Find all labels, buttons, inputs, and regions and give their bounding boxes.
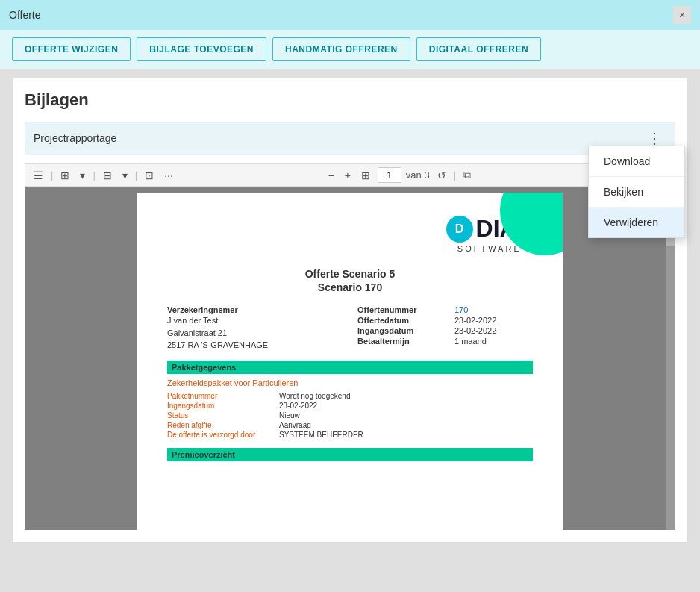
separator-4: | xyxy=(454,169,456,181)
doc-info-row-1: Verzekeringnemer J van der Test Galvanis… xyxy=(167,305,533,352)
digitaal-offreren-button[interactable]: DIGITAAL OFFREREN xyxy=(416,37,541,61)
close-button[interactable]: × xyxy=(673,6,691,24)
total-pages: van 3 xyxy=(406,169,430,181)
doc-header: D DIAS SOFTWARE xyxy=(167,215,533,253)
zekerheidspakket: Zekerheidspakket voor Particulieren xyxy=(167,378,533,387)
offertedatum-value: 23-02-2022 xyxy=(454,316,496,325)
pdf-page: D DIAS SOFTWARE Offerte Scenario 5 Scena… xyxy=(137,193,563,530)
bijlagen-title: Bijlagen xyxy=(25,90,675,110)
page-number-input[interactable] xyxy=(378,167,401,183)
doc-subtitle: Scenario 170 xyxy=(167,281,533,293)
offertedatum-row: Offertedatum 23-02-2022 xyxy=(357,316,533,325)
window-title: Offerte xyxy=(9,9,41,21)
list-view-button[interactable]: ☰ xyxy=(31,168,46,183)
context-menu-download[interactable]: Download xyxy=(589,146,684,177)
ingangsdatum-row: Ingangsdatum 23-02-2022 xyxy=(357,326,533,335)
zoom-in-button[interactable]: + xyxy=(342,168,354,183)
copy-button[interactable]: ⧉ xyxy=(460,167,474,183)
pdf-scrollbar[interactable] xyxy=(666,187,675,530)
ingangsdatum-label: Ingangsdatum xyxy=(357,326,447,335)
ingangsdatum-pakket-row: Ingangsdatum 23-02-2022 xyxy=(167,402,533,410)
separator-1: | xyxy=(51,169,53,181)
verzekeringnemer-label: Verzekeringnemer xyxy=(167,305,343,314)
context-menu: Download Bekijken Verwijderen xyxy=(588,146,685,238)
attachment-row: Projectrapportage ⋮ xyxy=(25,122,675,155)
more-button[interactable]: ··· xyxy=(161,168,176,183)
separator-3: | xyxy=(135,169,137,181)
doc-title: Offerte Scenario 5 xyxy=(167,268,533,280)
sort-down-button[interactable]: ▾ xyxy=(119,168,131,183)
offertenummer-value: 170 xyxy=(454,305,468,314)
offerte-wijzigen-button[interactable]: OFFERTE WIJZIGEN xyxy=(12,37,131,61)
separator-2: | xyxy=(93,169,95,181)
reden-afgifte-value: Aanvraag xyxy=(279,421,311,429)
pakketnummer-row: Pakketnummer Wordt nog toegekend xyxy=(167,392,533,400)
pakketnummer-label: Pakketnummer xyxy=(167,392,272,400)
ingangsdatum-value: 23-02-2022 xyxy=(454,326,496,335)
reden-afgifte-label: Reden afgifte xyxy=(167,421,272,429)
ingangsdatum-pakket-value: 23-02-2022 xyxy=(279,402,317,410)
pakketnummer-value: Wordt nog toegekend xyxy=(279,392,350,400)
status-label: Status xyxy=(167,411,272,420)
rotate-button[interactable]: ↺ xyxy=(434,168,449,183)
pdf-toolbar: ☰ | ⊞ ▾ | ⊟ ▾ | ⊡ ··· − + ⊞ van 3 ↺ | ⧉ … xyxy=(25,163,675,187)
filter-button[interactable]: ⊞ xyxy=(57,168,72,183)
offerte-details-col: Offertenummer 170 Offertedatum 23-02-202… xyxy=(357,305,533,352)
toolbar: OFFERTE WIJZIGEN BIJLAGE TOEVOEGEN HANDM… xyxy=(0,30,700,69)
ingangsdatum-pakket-label: Ingangsdatum xyxy=(167,402,272,410)
sort-button[interactable]: ⊟ xyxy=(100,168,115,183)
offertenummer-label: Offertenummer xyxy=(357,305,447,314)
context-menu-bekijken[interactable]: Bekijken xyxy=(589,177,684,208)
betaaltermijn-label: Betaaltermijn xyxy=(357,337,447,346)
status-row: Status Nieuw xyxy=(167,411,533,420)
attachment-name: Projectrapportage xyxy=(34,132,116,144)
bijlage-toevoegen-button[interactable]: BIJLAGE TOEVOEGEN xyxy=(137,37,266,61)
verzekeringnemer-col: Verzekeringnemer J van der Test Galvanis… xyxy=(167,305,343,352)
status-value: Nieuw xyxy=(279,411,300,420)
verzorgd-door-label: De offerte is verzorgd door xyxy=(167,431,272,439)
pdf-area: D DIAS SOFTWARE Offerte Scenario 5 Scena… xyxy=(25,187,675,530)
pakketgegevens-header: Pakketgegevens xyxy=(167,361,533,374)
verzorgd-door-value: SYSTEEM BEHEERDER xyxy=(279,431,363,439)
offertenummer-row: Offertenummer 170 xyxy=(357,305,533,314)
title-bar: Offerte × xyxy=(0,0,700,30)
handmatig-offreren-button[interactable]: HANDMATIG OFFREREN xyxy=(272,37,410,61)
view-toggle-button[interactable]: ⊡ xyxy=(142,168,157,183)
zoom-out-button[interactable]: − xyxy=(325,168,337,183)
verzekeringnemer-name: J van der Test Galvanistraat 21 2517 RA … xyxy=(167,314,343,352)
dias-logo-icon: D xyxy=(446,216,473,243)
reden-afgifte-row: Reden afgifte Aanvraag xyxy=(167,421,533,429)
filter-down-button[interactable]: ▾ xyxy=(77,168,88,183)
betaaltermijn-value: 1 maand xyxy=(454,337,487,346)
verzorgd-door-row: De offerte is verzorgd door SYSTEEM BEHE… xyxy=(167,431,533,439)
context-menu-verwijderen[interactable]: Verwijderen xyxy=(589,208,684,237)
fit-page-button[interactable]: ⊞ xyxy=(358,168,373,183)
betaaltermijn-row: Betaaltermijn 1 maand xyxy=(357,337,533,346)
main-content: Bijlagen Projectrapportage ⋮ ☰ | ⊞ ▾ | ⊟… xyxy=(12,78,688,543)
offertedatum-label: Offertedatum xyxy=(357,316,447,325)
premieoverzicht-header: Premieoverzicht xyxy=(167,448,533,461)
attachment-menu-button[interactable]: ⋮ xyxy=(643,129,666,147)
